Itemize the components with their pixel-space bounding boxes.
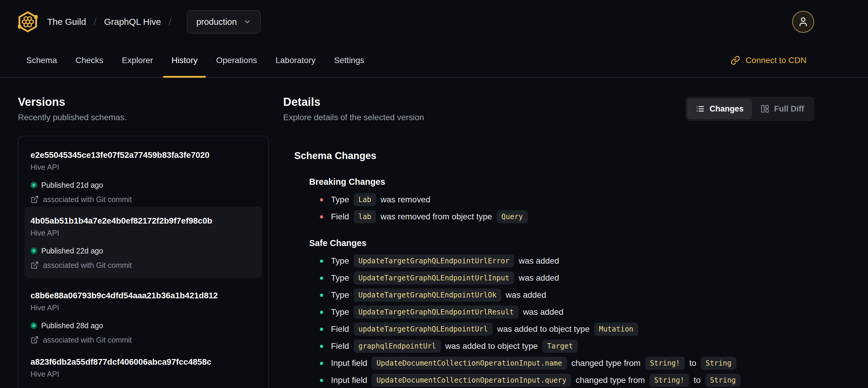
safe-bullet-dot xyxy=(320,345,323,348)
git-association[interactable]: associated with Git commit xyxy=(30,261,256,270)
chevron-down-icon xyxy=(243,18,251,26)
tab-checks[interactable]: Checks xyxy=(67,43,112,77)
code-badge: Lab xyxy=(354,193,376,206)
change-row: Fieldlabwas removed from object typeQuer… xyxy=(320,210,850,223)
published-status-dot xyxy=(30,182,37,188)
safe-bullet-dot xyxy=(320,260,323,263)
tab-operations[interactable]: Operations xyxy=(208,43,265,77)
git-association-label: associated with Git commit xyxy=(43,335,132,345)
tab-history[interactable]: History xyxy=(163,43,206,77)
version-status: Published 22d ago xyxy=(30,246,256,255)
tab-laboratory[interactable]: Laboratory xyxy=(267,43,324,77)
details-title: Details xyxy=(283,95,424,109)
change-text: Field xyxy=(331,341,349,351)
version-service: Hive API xyxy=(30,303,256,312)
change-text: changed type from xyxy=(571,358,641,368)
change-row: Input fieldUpdateDocumentCollectionOpera… xyxy=(320,357,850,370)
change-text: Type xyxy=(331,195,349,205)
safe-bullet-dot xyxy=(320,328,323,331)
code-badge: String xyxy=(701,357,736,370)
breadcrumb: The Guild / GraphQL Hive / xyxy=(47,17,179,27)
git-association[interactable]: associated with Git commit xyxy=(30,195,256,204)
code-badge: UpdateDocumentCollectionOperationInput.n… xyxy=(372,357,567,370)
target-select-value: production xyxy=(196,17,237,27)
version-hash: 4b05ab51b1b4a7e2e4b0ef82172f2b9f7ef98c0b xyxy=(30,216,256,226)
change-row: TypeUpdateTargetGraphQLEndpointUrlErrorw… xyxy=(320,255,850,268)
version-service: Hive API xyxy=(30,228,256,237)
change-text: was added to object type xyxy=(497,324,590,334)
view-label: Changes xyxy=(709,104,743,114)
change-text: was removed xyxy=(380,195,430,205)
code-badge: String xyxy=(705,374,741,387)
code-badge: UpdateTargetGraphQLEndpointUrlResult xyxy=(354,305,519,319)
version-hash: e2e55045345ce13fe07f52a77459b83fa3fe7020 xyxy=(30,150,256,160)
breadcrumb-separator: / xyxy=(169,17,171,27)
code-badge: UpdateTargetGraphQLEndpointUrlInput xyxy=(354,271,514,285)
change-text: changed type from xyxy=(576,376,645,385)
published-status-dot xyxy=(30,247,37,254)
change-text: Type xyxy=(331,256,349,266)
change-text: was added xyxy=(519,256,559,266)
git-association[interactable]: associated with Git commit xyxy=(30,335,256,345)
breadcrumb-org[interactable]: The Guild xyxy=(47,17,86,27)
versions-title: Versions xyxy=(18,95,269,109)
changes-view-button[interactable]: Changes xyxy=(687,98,752,119)
main-content: Versions Recently published schemas. e2e… xyxy=(0,78,868,388)
change-group-title: Breaking Changes xyxy=(309,176,850,187)
details-title-block: Details Explore details of the selected … xyxy=(283,95,424,123)
change-row: TypeUpdateTargetGraphQLEndpointUrlOkwas … xyxy=(320,289,850,302)
published-label: Published 21d ago xyxy=(41,181,103,189)
user-icon xyxy=(798,17,809,27)
connect-to-cdn-button[interactable]: Connect to CDN xyxy=(731,43,806,77)
safe-bullet-dot xyxy=(320,379,323,382)
code-badge: lab xyxy=(354,210,376,223)
version-service: Hive API xyxy=(30,162,256,172)
published-label: Published 28d ago xyxy=(41,321,103,330)
version-card[interactable]: c8b6e88a06793b9c4dfd54aaa21b36a1b421d812… xyxy=(19,278,268,345)
change-row: FieldgraphqlEndpointUrlwas added to obje… xyxy=(320,339,850,353)
version-hash: c8b6e88a06793b9c4dfd54aaa21b36a1b421d812 xyxy=(30,291,256,301)
breaking-bullet-dot xyxy=(320,198,323,202)
full-diff-view-button[interactable]: Full Diff xyxy=(752,98,812,119)
version-service: Hive API xyxy=(30,369,256,379)
change-text: Type xyxy=(331,273,349,283)
git-association-label: associated with Git commit xyxy=(43,261,132,270)
change-text: Field xyxy=(331,212,349,221)
connect-to-cdn-label: Connect to CDN xyxy=(746,56,806,65)
top-bar: The Guild / GraphQL Hive / production Sc… xyxy=(0,0,868,78)
change-row: TypeUpdateTargetGraphQLEndpointUrlResult… xyxy=(320,305,850,319)
change-list: TypeLabwas removedFieldlabwas removed fr… xyxy=(309,193,850,223)
change-group: Safe Changes TypeUpdateTargetGraphQLEndp… xyxy=(294,238,850,387)
change-text: was removed from object type xyxy=(380,212,492,221)
code-badge: UpdateTargetGraphQLEndpointUrlOk xyxy=(354,289,501,302)
breadcrumb-project[interactable]: GraphQL Hive xyxy=(104,17,161,27)
version-status: Published 28d ago xyxy=(30,321,256,330)
code-badge: UpdateDocumentCollectionOperationInput.q… xyxy=(372,374,571,387)
code-badge: graphqlEndpointUrl xyxy=(354,339,441,353)
change-text: Input field xyxy=(331,376,367,385)
change-list: TypeUpdateTargetGraphQLEndpointUrlErrorw… xyxy=(309,255,850,387)
published-label: Published 22d ago xyxy=(41,246,103,255)
schema-changes-title: Schema Changes xyxy=(294,149,850,162)
target-select[interactable]: production xyxy=(187,10,260,33)
code-badge: String! xyxy=(645,357,685,370)
change-text: Field xyxy=(331,324,349,334)
change-text: was added xyxy=(506,290,546,300)
details-panel: Details Explore details of the selected … xyxy=(283,95,850,388)
change-row: TypeLabwas removed xyxy=(320,193,850,206)
tab-schema[interactable]: Schema xyxy=(18,43,65,77)
code-badge: UpdateTargetGraphQLEndpointUrlError xyxy=(354,255,514,268)
version-card[interactable]: e2e55045345ce13fe07f52a77459b83fa3fe7020… xyxy=(19,138,268,204)
tab-explorer[interactable]: Explorer xyxy=(114,43,161,77)
version-card[interactable]: 4b05ab51b1b4a7e2e4b0ef82172f2b9f7ef98c0b… xyxy=(25,207,262,278)
view-toggle: ChangesFull Diff xyxy=(685,96,814,121)
hive-honeycomb-icon[interactable] xyxy=(18,11,38,33)
change-row: Input fieldUpdateDocumentCollectionOpera… xyxy=(320,374,850,387)
tab-settings[interactable]: Settings xyxy=(326,43,372,77)
list-icon xyxy=(696,104,705,113)
change-text: to xyxy=(689,358,696,368)
link-icon xyxy=(731,56,740,65)
version-card[interactable]: a823f6db2a55df877dcf406006abca97fcc4858c… xyxy=(19,345,268,388)
schema-changes-section: Schema Changes Breaking Changes TypeLabw… xyxy=(283,149,850,387)
user-menu-button[interactable] xyxy=(792,11,814,33)
